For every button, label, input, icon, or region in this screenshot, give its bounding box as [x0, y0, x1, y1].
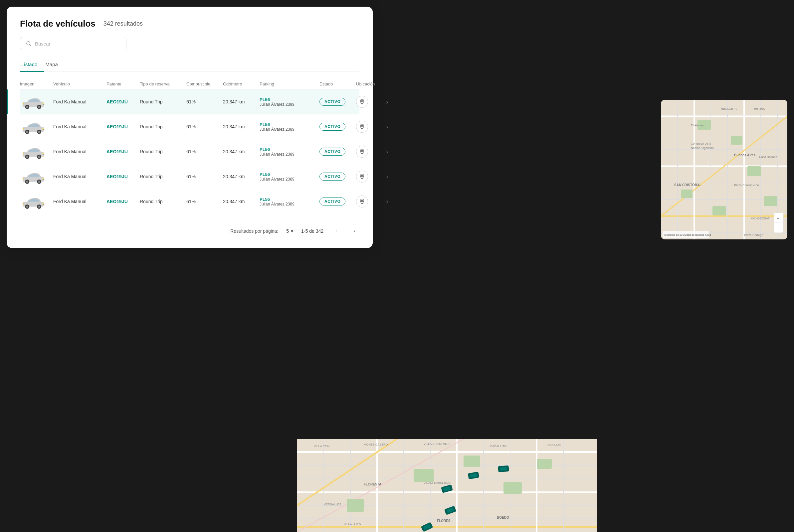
svg-text:+: + — [777, 216, 779, 221]
per-page-select[interactable]: 5 ▾ — [286, 228, 293, 234]
location-button[interactable] — [356, 121, 368, 133]
svg-text:VILLA SANTA RITA: VILLA SANTA RITA — [424, 442, 449, 445]
svg-rect-18 — [43, 129, 44, 130]
svg-rect-67 — [414, 469, 433, 482]
table-row[interactable]: Ford Ka Manual AEO19JU Round Trip 61% 20… — [20, 139, 359, 164]
car-image — [20, 118, 47, 135]
location-icon — [359, 174, 365, 179]
row-chevron-right[interactable]: › — [386, 148, 399, 155]
col-odometro: Odómetro — [223, 81, 260, 87]
patent-link[interactable]: AEO19JU — [107, 149, 140, 154]
patent-link[interactable]: AEO19JU — [107, 199, 140, 204]
table-row[interactable]: Ford Ka Manual AEO19JU Round Trip 61% 20… — [20, 164, 359, 189]
svg-point-37 — [362, 175, 363, 177]
trip-type: Round Trip — [140, 149, 186, 154]
svg-text:FLORES: FLORES — [437, 519, 450, 523]
fuel-level: 61% — [186, 99, 223, 104]
parking-info: PL56 Julián Álvarez 2389 — [260, 97, 319, 107]
svg-rect-36 — [43, 179, 44, 180]
col-estado: Estado — [319, 81, 356, 87]
car-image — [20, 193, 47, 210]
trip-type: Round Trip — [140, 124, 186, 129]
svg-text:CABALLITO: CABALLITO — [490, 444, 506, 448]
svg-rect-44 — [22, 203, 24, 204]
status-badge-container: ACTIVO — [319, 123, 356, 131]
patent-link[interactable]: AEO19JU — [107, 174, 140, 179]
results-count: 342 resultados — [104, 20, 143, 27]
search-bar[interactable]: Buscar — [20, 37, 127, 50]
parking-name: PL56 — [260, 122, 319, 127]
svg-text:MONTE CASTRO: MONTE CASTRO — [364, 443, 388, 446]
parking-info: PL56 Julián Álvarez 2389 — [260, 172, 319, 182]
row-chevron-right[interactable]: › — [386, 98, 399, 106]
svg-rect-27 — [43, 154, 44, 155]
location-icon — [359, 149, 365, 155]
fuel-level: 61% — [186, 199, 223, 204]
tab-mapa[interactable]: Mapa — [44, 58, 64, 72]
row-chevron-right[interactable]: › — [386, 124, 399, 130]
svg-text:Plaza Constitución: Plaza Constitución — [734, 184, 759, 187]
parking-address: Julián Álvarez 2389 — [260, 152, 319, 157]
svg-text:BOEDO: BOEDO — [497, 516, 509, 519]
col-parking: Parking — [260, 81, 319, 87]
svg-point-22 — [26, 156, 28, 158]
svg-point-40 — [26, 206, 28, 208]
location-button[interactable] — [356, 195, 368, 208]
status-badge-container: ACTIVO — [319, 173, 356, 180]
svg-point-24 — [38, 156, 40, 158]
car-image — [20, 143, 47, 160]
parking-name: PL56 — [260, 172, 319, 177]
prev-page-button[interactable]: ‹ — [331, 226, 341, 236]
next-page-button[interactable]: › — [349, 226, 359, 236]
vehicle-name: Ford Ka Manual — [53, 149, 107, 154]
patent-link[interactable]: AEO19JU — [107, 99, 140, 104]
trip-type: Round Trip — [140, 199, 186, 204]
location-button[interactable] — [356, 96, 368, 108]
parking-address: Julián Álvarez 2389 — [260, 127, 319, 132]
col-tipo-reserva: Tipo de reserva — [140, 81, 186, 87]
svg-text:Nación Argentina: Nación Argentina — [691, 146, 714, 150]
svg-text:El Ateneo: El Ateneo — [691, 124, 704, 127]
svg-text:RECOLETA: RECOLETA — [721, 107, 737, 110]
svg-rect-35 — [22, 178, 24, 179]
location-button[interactable] — [356, 171, 368, 183]
header-row: Flota de vehículos 342 resultados — [20, 19, 359, 29]
svg-text:Buenos Aires: Buenos Aires — [734, 153, 756, 157]
patent-link[interactable]: AEO19JU — [107, 124, 140, 129]
vehicle-table: Imagen Vehículo Patente Tipo de reserva … — [20, 79, 359, 214]
location-button[interactable] — [356, 146, 368, 158]
status-badge: ACTIVO — [319, 148, 346, 156]
side-map-svg: RECOLETA RETIRO El Ateneo Congreso de la… — [661, 100, 787, 240]
svg-text:VÉLEZ SÁRSFIELD: VÉLEZ SÁRSFIELD — [424, 481, 451, 484]
parking-info: PL56 Julián Álvarez 2389 — [260, 197, 319, 207]
table-row[interactable]: Ford Ka Manual AEO19JU Round Trip 61% 20… — [20, 90, 359, 114]
map-svg: VILLA REAL MONTE CASTRO VILLA SANTA RITA… — [100, 439, 794, 532]
svg-rect-114 — [681, 190, 693, 198]
table-row[interactable]: Ford Ka Manual AEO19JU Round Trip 61% 20… — [20, 189, 359, 214]
svg-rect-115 — [713, 206, 726, 215]
table-row[interactable]: Ford Ka Manual AEO19JU Round Trip 61% 20… — [20, 114, 359, 139]
parking-name: PL56 — [260, 97, 319, 102]
parking-address: Julián Álvarez 2389 — [260, 202, 319, 207]
vehicle-name: Ford Ka Manual — [53, 124, 107, 129]
map-section: VILLA REAL MONTE CASTRO VILLA SANTA RITA… — [100, 439, 794, 532]
per-page-value: 5 — [286, 228, 289, 234]
tab-listado[interactable]: Listado — [20, 58, 44, 72]
row-chevron-right[interactable]: › — [386, 198, 399, 205]
row-chevron-right[interactable]: › — [386, 173, 399, 180]
table-header: Imagen Vehículo Patente Tipo de reserva … — [20, 79, 359, 90]
status-badge-container: ACTIVO — [319, 98, 356, 106]
svg-text:Gobierno de la Ciudad de Bueno: Gobierno de la Ciudad de Buenos Aires — [664, 233, 711, 236]
svg-text:MONSERRAT: MONSERRAT — [751, 217, 770, 220]
svg-text:FLORESTA: FLORESTA — [364, 482, 381, 486]
svg-text:−: − — [777, 224, 780, 229]
location-icon — [359, 99, 365, 105]
location-icon — [359, 124, 365, 130]
svg-point-4 — [26, 106, 28, 108]
svg-rect-8 — [22, 103, 24, 104]
parking-address: Julián Álvarez 2389 — [260, 177, 319, 182]
status-badge: ACTIVO — [319, 123, 346, 131]
svg-text:Plaza Dorrego: Plaza Dorrego — [744, 233, 763, 237]
svg-point-31 — [26, 180, 28, 183]
col-patente: Patente — [107, 81, 140, 87]
